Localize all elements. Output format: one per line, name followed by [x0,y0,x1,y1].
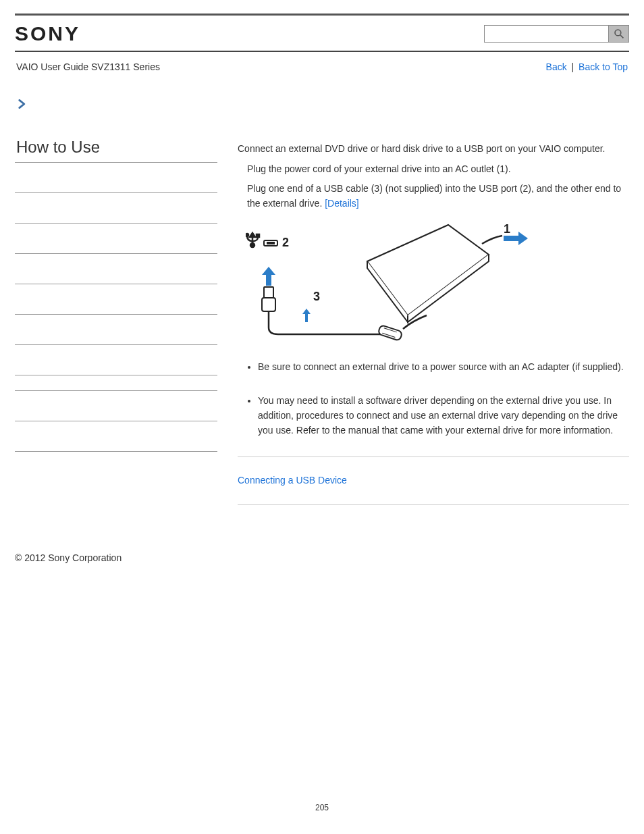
top-bar: SONY [15,14,629,52]
step-2-text: Plug one end of a USB cable (3) (not sup… [247,183,621,209]
divider [238,457,629,457]
step-2: Plug one end of a USB cable (3) (not sup… [238,182,629,211]
sidebar-row [15,254,217,284]
separator: | [570,61,576,72]
page-number: 205 [0,803,644,812]
svg-rect-7 [267,242,275,244]
sidebar-row [15,315,217,345]
sidebar-row [15,224,217,254]
svg-line-1 [620,35,623,38]
svg-rect-5 [257,234,259,237]
note-bullet-2: You may need to install a software drive… [258,394,629,438]
copyright: © 2012 Sony Corporation [15,552,629,563]
svg-rect-8 [264,287,273,298]
sidebar: How to Use [15,138,217,521]
chevron-right-icon [18,99,27,109]
svg-point-0 [615,30,621,36]
diagram-label-3: 3 [313,290,320,303]
related-link[interactable]: Connecting a USB Device [238,475,347,486]
divider [238,504,629,505]
diagram-label-1: 1 [504,222,510,236]
sidebar-row [15,345,217,375]
step-1: Plug the power cord of your external dri… [238,162,629,177]
back-link[interactable]: Back [546,61,567,72]
details-link[interactable]: [Details] [325,198,359,209]
sidebar-row [15,284,217,315]
guide-title: VAIO User Guide SVZ1311 Series [16,61,160,72]
breadcrumb-arrow [15,79,629,118]
sub-header: VAIO User Guide SVZ1311 Series Back | Ba… [15,52,629,79]
diagram-label-2: 2 [282,236,289,249]
search-input[interactable] [484,25,609,43]
sony-logo: SONY [15,22,80,45]
nav-links: Back | Back to Top [546,61,628,72]
search-icon [614,28,624,39]
intro-text: Connect an external DVD drive or hard di… [238,142,629,157]
sidebar-row [15,391,217,421]
search-area [484,25,629,43]
main-content: Connect an external DVD drive or hard di… [238,138,629,521]
search-button[interactable] [609,25,629,43]
svg-point-4 [246,234,248,236]
note-bullet-1: Be sure to connect an external drive to … [258,360,629,375]
sidebar-row [15,193,217,224]
sidebar-row [15,163,217,193]
connection-diagram: 2 3 [246,221,629,347]
svg-rect-9 [262,298,275,311]
svg-rect-10 [378,325,403,341]
back-to-top-link[interactable]: Back to Top [579,61,628,72]
sidebar-heading: How to Use [16,138,217,157]
sidebar-row [15,421,217,452]
